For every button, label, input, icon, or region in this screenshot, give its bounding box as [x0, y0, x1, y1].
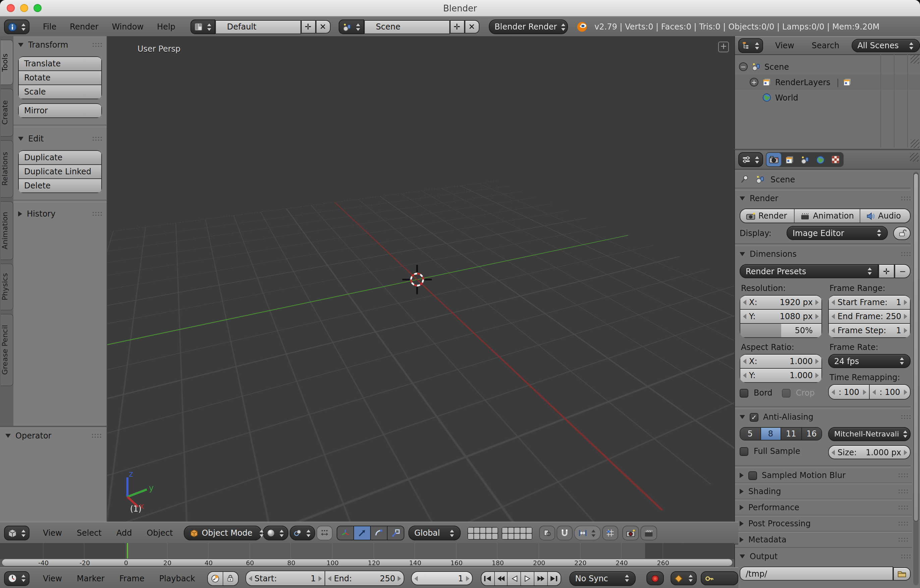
jump-to-end-button[interactable]: [548, 572, 560, 585]
panel-grip-icon[interactable]: [92, 136, 102, 141]
tl-menu-frame[interactable]: Frame: [113, 573, 151, 583]
dimensions-panel-header[interactable]: Dimensions: [740, 249, 910, 259]
scrollbar-thumb[interactable]: [913, 173, 918, 522]
output-path-field[interactable]: /tmp/: [740, 567, 893, 581]
render-still-button[interactable]: Render: [740, 209, 795, 223]
panel-grip-icon[interactable]: [898, 473, 908, 478]
vp-menu-object[interactable]: Object: [140, 528, 180, 538]
toolshelf-tab-create[interactable]: Create: [1, 89, 13, 137]
play-audio-button[interactable]: Audio: [860, 209, 910, 223]
panel-grip-icon[interactable]: [92, 42, 102, 48]
aa-samples-5[interactable]: 5: [740, 428, 761, 440]
tab-world[interactable]: [813, 153, 828, 166]
timeline-ruler[interactable]: -40-200204060801001201401601802002202402…: [2, 559, 733, 567]
operator-panel-header[interactable]: Operator: [5, 431, 101, 441]
scale-button[interactable]: Scale: [18, 85, 102, 99]
lock-interface-button[interactable]: [893, 226, 910, 240]
toolshelf-tab-physics[interactable]: Physics: [1, 264, 13, 310]
duplicate-button[interactable]: Duplicate: [18, 151, 102, 165]
panel-grip-icon[interactable]: [898, 505, 908, 510]
properties-scrollbar[interactable]: [913, 172, 918, 585]
toolshelf-tab-grease-pencil[interactable]: Grease Pencil: [1, 314, 13, 386]
mode-dropdown[interactable]: Object Mode: [184, 526, 261, 540]
editor-type-selector-properties[interactable]: [738, 152, 763, 167]
layers-grid-right[interactable]: [502, 526, 533, 539]
timeline-canvas[interactable]: -40-200204060801001201401601802002202402…: [0, 543, 734, 567]
frame-step-field[interactable]: Frame Step:1: [828, 324, 910, 338]
mirror-button[interactable]: Mirror: [18, 104, 102, 118]
frame-rate-dropdown[interactable]: 24 fps: [828, 354, 910, 368]
play-button[interactable]: [522, 572, 535, 585]
start-frame-field[interactable]: Start:1: [246, 571, 325, 585]
use-preview-range-toggle[interactable]: [208, 572, 223, 585]
tab-render-layers[interactable]: [782, 153, 797, 166]
time-remap-old-field[interactable]: : 100: [829, 385, 870, 399]
delete-button[interactable]: Delete: [18, 179, 102, 193]
panel-grip-icon[interactable]: [901, 554, 910, 559]
3d-viewport[interactable]: User Persp + z y x (1): [107, 36, 734, 522]
jump-next-keyframe-button[interactable]: [535, 572, 548, 585]
panel-grip-icon[interactable]: [898, 537, 908, 543]
tl-menu-playback[interactable]: Playback: [152, 573, 202, 583]
aa-samples-16[interactable]: 16: [802, 428, 821, 440]
scene-name-field[interactable]: Scene: [364, 20, 450, 34]
manipulator-scale-button[interactable]: [387, 526, 404, 540]
tab-scene[interactable]: [797, 153, 812, 166]
transform-panel-header[interactable]: Transform: [18, 40, 102, 50]
sampled-motion-blur-checkbox[interactable]: [748, 471, 757, 480]
open-region-plus-button[interactable]: +: [718, 42, 729, 52]
tab-render[interactable]: [766, 153, 781, 166]
aa-samples-11[interactable]: 11: [781, 428, 802, 440]
full-sample-checkbox[interactable]: [740, 447, 748, 455]
history-panel-header[interactable]: History: [18, 209, 102, 219]
panel-grip-icon[interactable]: [901, 196, 910, 201]
remove-preset-button[interactable]: −: [894, 264, 910, 278]
add-preset-button[interactable]: ✛: [878, 264, 894, 278]
crop-checkbox[interactable]: [782, 389, 790, 397]
editor-type-selector-info[interactable]: [4, 19, 29, 34]
rotate-button[interactable]: Rotate: [18, 71, 102, 85]
editor-type-selector-outliner[interactable]: [738, 38, 763, 53]
expand-plus-icon[interactable]: +: [750, 78, 758, 86]
region-resize-grip[interactable]: [910, 139, 919, 148]
collapse-minus-icon[interactable]: −: [739, 62, 748, 71]
outliner-row-renderlayers[interactable]: + RenderLayers |: [735, 75, 920, 90]
scene-selector-icon-button[interactable]: [338, 19, 364, 34]
performance-panel-header[interactable]: Performance: [735, 499, 912, 515]
editor-type-selector-timeline[interactable]: [4, 571, 29, 586]
vp-menu-view[interactable]: View: [36, 528, 69, 538]
start-frame-field[interactable]: Start Frame:1: [828, 296, 910, 310]
add-scene-button[interactable]: ✛: [450, 20, 464, 34]
outliner-menu-view[interactable]: View: [768, 41, 801, 50]
snap-toggle-button[interactable]: [557, 526, 573, 540]
menu-render[interactable]: Render: [63, 22, 105, 31]
lock-time-cursor-toggle[interactable]: [223, 572, 238, 585]
panel-grip-icon[interactable]: [898, 521, 908, 526]
record-button[interactable]: [646, 571, 664, 585]
browse-output-folder-button[interactable]: [893, 567, 910, 580]
viewport-shading-dropdown[interactable]: [263, 526, 288, 540]
border-checkbox[interactable]: [740, 389, 748, 397]
render-presets-dropdown[interactable]: Render Presets: [740, 264, 878, 278]
outliner-menu-search[interactable]: Search: [805, 41, 846, 50]
menu-file[interactable]: File: [36, 22, 63, 31]
render-panel-header[interactable]: Render: [740, 194, 910, 203]
manipulator-toggle-button[interactable]: [337, 526, 353, 540]
aspect-x-field[interactable]: X:1.000: [740, 355, 822, 369]
render-engine-dropdown[interactable]: Blender Render: [489, 19, 568, 34]
panel-grip-icon[interactable]: [901, 414, 910, 420]
aa-filter-dropdown[interactable]: Mitchell-Netravali: [828, 427, 910, 441]
auto-keyframe-button[interactable]: [701, 571, 738, 585]
region-resize-grip[interactable]: [910, 153, 918, 162]
jump-to-start-button[interactable]: [481, 572, 495, 585]
metadata-panel-header[interactable]: Metadata: [735, 532, 912, 548]
opengl-render-anim-button[interactable]: [640, 526, 657, 540]
output-panel-header[interactable]: Output: [740, 552, 910, 561]
opengl-render-still-button[interactable]: [622, 526, 639, 540]
current-frame-field[interactable]: 1: [411, 571, 473, 585]
menu-help[interactable]: Help: [150, 22, 182, 31]
transform-orientation-dropdown[interactable]: Global: [408, 526, 461, 540]
lock-to-scene-button[interactable]: [539, 526, 555, 540]
panel-grip-icon[interactable]: [91, 433, 101, 439]
outliner-row-scene[interactable]: − Scene: [735, 59, 920, 75]
